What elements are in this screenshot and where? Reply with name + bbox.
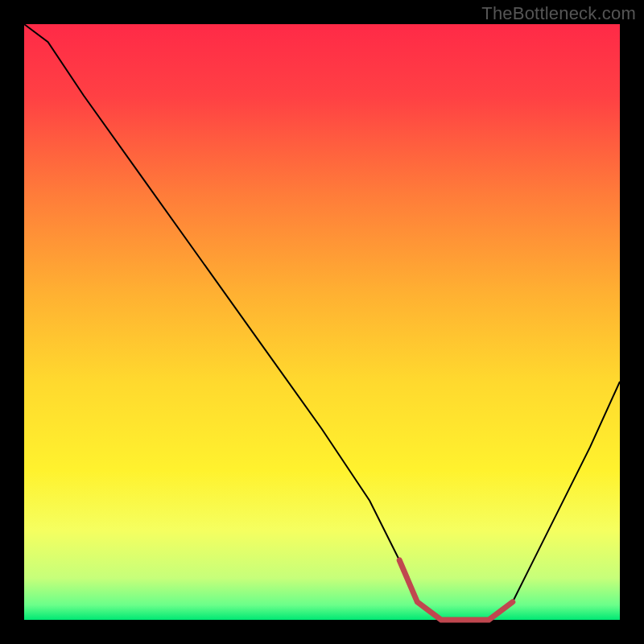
chart-background-gradient — [24, 24, 620, 620]
bottleneck-chart — [0, 0, 644, 644]
chart-canvas: TheBottleneck.com — [0, 0, 644, 644]
